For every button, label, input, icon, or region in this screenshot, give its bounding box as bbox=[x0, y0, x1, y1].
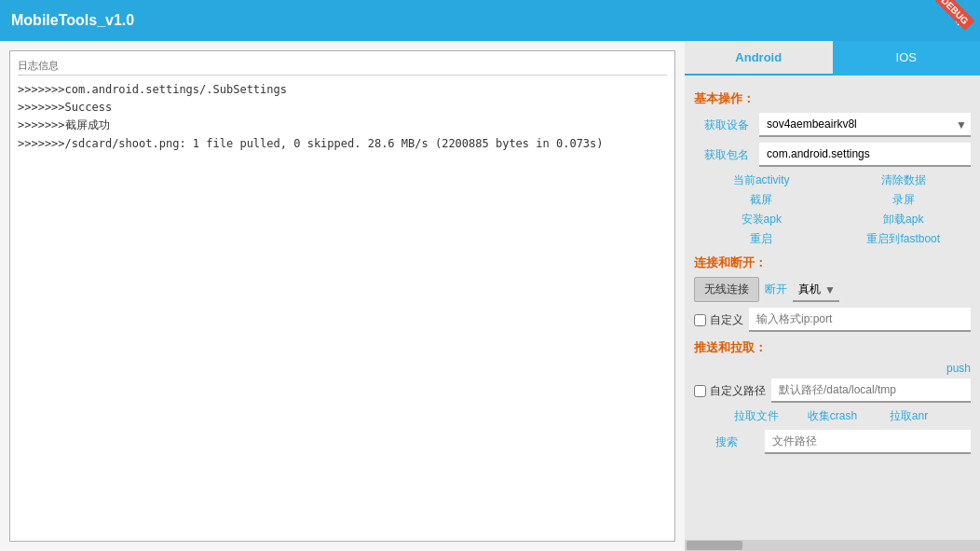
get-pkg-label[interactable]: 获取包名 bbox=[694, 147, 759, 163]
screenshot-label[interactable]: 截屏 bbox=[694, 192, 829, 208]
default-path-input[interactable] bbox=[771, 379, 971, 403]
log-line: >>>>>>>/sdcard/shoot.png: 1 file pulled,… bbox=[18, 135, 667, 153]
log-line: >>>>>>>com.android.settings/.SubSettings bbox=[18, 81, 667, 99]
log-title: 日志信息 bbox=[18, 59, 667, 76]
push-label[interactable]: push bbox=[946, 362, 971, 375]
right-panel: Android IOS 基本操作： 获取设备 sov4aembeairkv8l … bbox=[685, 41, 980, 551]
custom-path-label-text: 自定义路径 bbox=[710, 383, 766, 399]
get-device-row: 获取设备 sov4aembeairkv8l ▼ bbox=[694, 113, 971, 137]
custom-ip-input[interactable] bbox=[749, 308, 971, 332]
search-label[interactable]: 搜索 bbox=[694, 434, 759, 450]
tab-bar: Android IOS bbox=[685, 41, 980, 76]
bottom-scrollbar[interactable] bbox=[685, 540, 980, 551]
wireless-button[interactable]: 无线连接 bbox=[694, 277, 759, 302]
reboot-fastboot-label[interactable]: 重启到fastboot bbox=[837, 231, 972, 247]
scrollbar-thumb[interactable] bbox=[687, 541, 742, 550]
app-title: MobileTools_v1.0 bbox=[11, 12, 134, 29]
file-path-input[interactable] bbox=[765, 430, 971, 454]
push-pull-header: 推送和拉取： bbox=[694, 339, 971, 356]
left-panel: 日志信息 >>>>>>>com.android.settings/.SubSet… bbox=[0, 41, 685, 551]
pull-row: 拉取文件 收集crash 拉取anr bbox=[694, 408, 971, 424]
pull-file-label[interactable]: 拉取文件 bbox=[724, 408, 789, 424]
custom-checkbox-label[interactable]: 自定义 bbox=[694, 312, 743, 328]
device-select-wrapper: sov4aembeairkv8l ▼ bbox=[759, 113, 971, 137]
push-row: push bbox=[694, 362, 971, 375]
current-activity-label[interactable]: 当前activity bbox=[694, 172, 829, 188]
machine-select-wrapper: 真机 ▼ bbox=[793, 278, 839, 302]
tab-android[interactable]: Android bbox=[685, 41, 833, 76]
uninstall-apk-label[interactable]: 卸载apk bbox=[837, 212, 972, 227]
record-label[interactable]: 录屏 bbox=[837, 192, 972, 208]
machine-select[interactable]: 真机 bbox=[793, 278, 839, 302]
install-apk-label[interactable]: 安装apk bbox=[694, 212, 829, 227]
right-content: 基本操作： 获取设备 sov4aembeairkv8l ▼ 获取包名 当前act… bbox=[685, 76, 980, 540]
get-pkg-row: 获取包名 bbox=[694, 143, 971, 167]
basic-ops-header: 基本操作： bbox=[694, 90, 971, 107]
pull-anr-label[interactable]: 拉取anr bbox=[877, 408, 942, 424]
main-layout: 日志信息 >>>>>>>com.android.settings/.SubSet… bbox=[0, 41, 980, 551]
custom-path-row: 自定义路径 bbox=[694, 379, 971, 403]
clear-data-label[interactable]: 清除数据 bbox=[837, 172, 972, 188]
log-content: >>>>>>>com.android.settings/.SubSettings… bbox=[18, 81, 667, 153]
custom-row: 自定义 bbox=[694, 308, 971, 332]
wireless-row: 无线连接 断开 真机 ▼ bbox=[694, 277, 971, 302]
log-line: >>>>>>>截屏成功 bbox=[18, 117, 667, 134]
ops-grid: 当前activity 清除数据 截屏 录屏 安装apk 卸载apk 重启 重启到… bbox=[694, 172, 971, 247]
connection-header: 连接和断开： bbox=[694, 255, 971, 271]
custom-path-checkbox-label[interactable]: 自定义路径 bbox=[694, 383, 766, 399]
tab-ios[interactable]: IOS bbox=[833, 41, 981, 76]
log-box: 日志信息 >>>>>>>com.android.settings/.SubSet… bbox=[9, 50, 675, 542]
search-row: 搜索 bbox=[694, 430, 971, 454]
reboot-label[interactable]: 重启 bbox=[694, 231, 829, 247]
device-select[interactable]: sov4aembeairkv8l bbox=[759, 113, 971, 137]
app-header: MobileTools_v1.0 ⚙ DEBUG bbox=[0, 0, 980, 41]
get-device-label[interactable]: 获取设备 bbox=[694, 117, 759, 133]
custom-checkbox[interactable] bbox=[694, 314, 706, 326]
pkg-input[interactable] bbox=[759, 143, 971, 167]
disconnect-label[interactable]: 断开 bbox=[765, 282, 787, 297]
collect-crash-label[interactable]: 收集crash bbox=[800, 408, 865, 424]
custom-label-text: 自定义 bbox=[710, 312, 743, 328]
log-line: >>>>>>>Success bbox=[18, 99, 667, 117]
custom-path-checkbox[interactable] bbox=[694, 385, 706, 397]
